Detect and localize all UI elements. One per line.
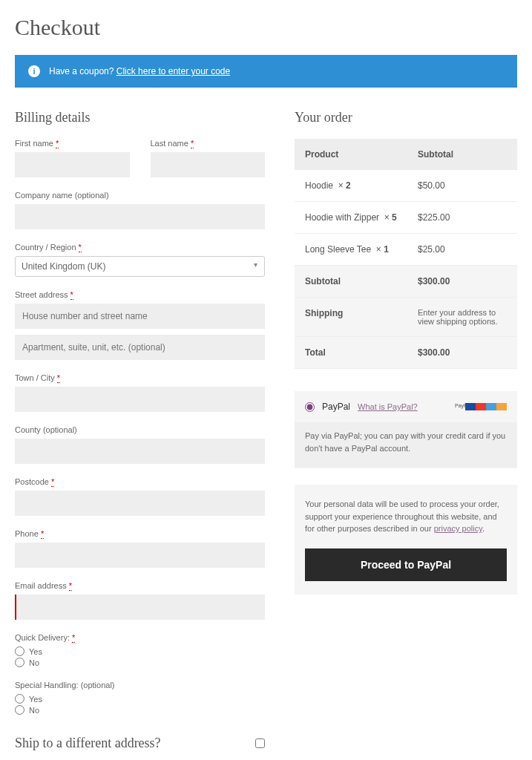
country-select[interactable]: United Kingdom (UK) [15, 256, 265, 277]
special-handling-label: Special Handling: (optional) [15, 681, 265, 689]
total-row: Total $300.00 [295, 337, 517, 369]
ship-different-checkbox[interactable] [255, 738, 265, 748]
special-handling-no[interactable]: No [15, 705, 265, 715]
phone-label: Phone * [15, 529, 265, 538]
country-label: Country / Region * [15, 243, 265, 252]
ship-heading: Ship to a different address? [15, 736, 161, 751]
postcode-input[interactable] [15, 491, 265, 516]
quick-delivery-label: Quick Delivery: * [15, 633, 265, 642]
quick-delivery-no[interactable]: No [15, 658, 265, 667]
street-label: Street address * [15, 290, 265, 299]
subtotal-row: Subtotal $300.00 [295, 266, 517, 298]
shipping-row: Shipping Enter your address to view ship… [295, 298, 517, 337]
email-label: Email address * [15, 581, 265, 590]
page-title: Checkout [15, 15, 517, 40]
town-label: Town / City * [15, 373, 265, 382]
amex-icon [486, 403, 496, 410]
order-table: Product Subtotal Hoodie × 2 $50.00 Hoodi… [295, 139, 517, 369]
th-subtotal: Subtotal [418, 149, 507, 160]
quick-delivery-yes[interactable]: Yes [15, 646, 265, 656]
table-row: Long Sleeve Tee × 1 $25.00 [295, 234, 517, 266]
phone-input[interactable] [15, 543, 265, 568]
company-label: Company name (optional) [15, 191, 265, 200]
coupon-link[interactable]: Click here to enter your code [116, 66, 230, 76]
street-input-2[interactable] [15, 335, 265, 360]
postcode-label: Postcode * [15, 477, 265, 486]
coupon-notice: i Have a coupon? Click here to enter you… [15, 55, 517, 88]
first-name-label: First name * [15, 139, 130, 148]
billing-heading: Billing details [15, 110, 265, 125]
special-handling-yes[interactable]: Yes [15, 694, 265, 704]
th-product: Product [305, 149, 418, 160]
county-input[interactable] [15, 439, 265, 464]
paypal-radio[interactable] [305, 402, 315, 412]
privacy-policy-link[interactable]: privacy policy [434, 524, 482, 533]
last-name-input[interactable] [151, 152, 266, 177]
visa-icon [465, 403, 476, 410]
privacy-note: Your personal data will be used to proce… [295, 485, 517, 594]
table-row: Hoodie × 2 $50.00 [295, 170, 517, 202]
info-icon: i [28, 65, 40, 77]
paypal-description: Pay via PayPal; you can pay with your cr… [295, 422, 517, 468]
street-input-1[interactable] [15, 304, 265, 329]
payment-box: PayPal What is PayPal? PayPal Pay via Pa… [295, 391, 517, 468]
coupon-prompt: Have a coupon? [49, 66, 114, 76]
order-heading: Your order [295, 110, 517, 125]
table-row: Hoodie with Zipper × 5 $225.00 [295, 202, 517, 234]
paypal-what-link[interactable]: What is PayPal? [358, 402, 418, 411]
discover-icon [496, 403, 507, 410]
town-input[interactable] [15, 387, 265, 412]
proceed-button[interactable]: Proceed to PayPal [305, 548, 507, 581]
first-name-input[interactable] [15, 152, 130, 177]
email-input[interactable] [15, 594, 265, 620]
last-name-label: Last name * [151, 139, 266, 148]
paypal-label: PayPal [322, 402, 350, 412]
mastercard-icon [476, 403, 486, 410]
county-label: County (optional) [15, 425, 265, 434]
card-icons: PayPal [455, 403, 507, 410]
company-input[interactable] [15, 204, 265, 229]
